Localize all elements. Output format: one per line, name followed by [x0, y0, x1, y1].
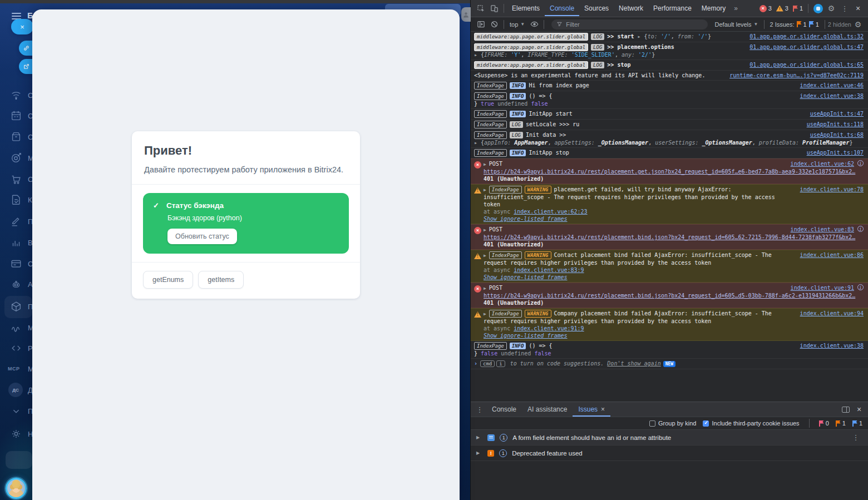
sidebar-item-mcp[interactable]: MCPМ [0, 358, 32, 379]
drawer-tab-console[interactable]: Console [486, 402, 522, 417]
console-link[interactable]: index.client.vue:83:9 [514, 267, 584, 273]
console-link[interactable]: Don't show again [607, 360, 660, 367]
devtools-menu-icon[interactable]: ⋮ [838, 2, 851, 15]
refresh-status-button[interactable]: Обновить статус [167, 229, 237, 244]
slider-close-button[interactable]: × [11, 19, 33, 34]
source-link[interactable]: index.client.vue:62 [791, 160, 854, 167]
issue-menu-icon[interactable]: ⋮ [849, 431, 862, 444]
source-link[interactable]: useAppInit.ts:68 [810, 131, 864, 138]
sidebar-item-robot[interactable]: А [0, 274, 32, 295]
funnel-icon [556, 21, 563, 27]
expand-caret-icon[interactable]: ▶ [484, 227, 486, 232]
console-link[interactable]: https://b24-w9apyi.bitrix24.ru/rest/plac… [484, 169, 855, 175]
sidebar-item-contract[interactable]: К [0, 189, 32, 210]
info-circle-icon[interactable]: i [857, 226, 864, 232]
tab-performance[interactable]: Performance [648, 1, 697, 16]
info-circle-icon[interactable]: i [857, 160, 864, 166]
device-toolbar-icon[interactable] [487, 2, 501, 15]
sidebar-button-partial[interactable] [6, 451, 32, 469]
filter-input[interactable]: Filter [551, 19, 707, 29]
drawer-tab-issues[interactable]: Issues× [573, 402, 610, 417]
issue-row[interactable]: ▶1A form field element should have an id… [471, 430, 868, 445]
context-selector[interactable]: top▼ [507, 21, 527, 28]
drawer-close-icon[interactable]: × [852, 403, 866, 416]
expand-caret-icon[interactable]: ▶ [484, 162, 486, 167]
action-button-getItems[interactable]: getItems [198, 271, 244, 289]
error-count-badge[interactable]: × 3 [760, 5, 772, 12]
console-settings-icon[interactable]: ⚙ [851, 18, 865, 31]
source-link[interactable]: index.client.vue:94 [800, 310, 864, 317]
sidebar-item-group[interactable]: ДСД [0, 379, 32, 400]
source-link[interactable]: 01.app.page.or.slider.global.ts:32 [749, 33, 864, 40]
console-link[interactable]: Show ignore-listed frames [484, 274, 568, 280]
console-link[interactable]: Show ignore-listed frames [484, 333, 568, 339]
sidebar-item-scribble[interactable]: М [0, 317, 32, 338]
action-button-getEnums[interactable]: getEnums [143, 271, 193, 289]
warning-count-badge[interactable]: ! 3 [776, 5, 788, 12]
clear-console-icon[interactable] [487, 18, 501, 31]
console-sidebar-icon[interactable] [474, 18, 487, 31]
source-link[interactable]: 01.app.page.or.slider.global.ts:47 [749, 43, 864, 51]
console-link[interactable]: index.client.vue:62:23 [514, 209, 587, 215]
info-circle-icon[interactable]: i [857, 284, 864, 290]
settings-gear-icon[interactable]: ⚙ [825, 2, 838, 15]
issues-counter[interactable]: 2 Issues: 1 1 [767, 21, 822, 28]
log-levels-selector[interactable]: Default levels▼ [712, 21, 761, 28]
sidebar-item-code[interactable]: Р [0, 338, 32, 359]
tab-elements[interactable]: Elements [507, 1, 545, 16]
sidebar-item-pen[interactable]: П [0, 211, 32, 232]
slider-open-new-tab-button[interactable] [19, 59, 33, 74]
source-link[interactable]: index.client.vue:38 [800, 342, 864, 349]
source-link[interactable]: useAppInit.ts:118 [807, 121, 864, 128]
expand-caret-icon[interactable]: ▶ [484, 253, 486, 258]
group-by-kind-checkbox[interactable]: Group by kind [649, 420, 696, 427]
source-link[interactable]: index.client.vue:83 [791, 226, 854, 233]
drawer-menu-icon[interactable]: ⋮ [473, 403, 486, 416]
expand-caret-icon[interactable]: ▶ [476, 451, 480, 456]
sidebar-item-target[interactable]: М [0, 147, 32, 169]
sidebar-item-calendar[interactable]: С [0, 105, 32, 126]
sidebar-item-feed[interactable]: С [0, 85, 32, 106]
split-panel-icon[interactable] [839, 403, 852, 416]
tab-sources[interactable]: Sources [579, 1, 614, 16]
console-link[interactable]: https://b24-w9apyi.bitrix24.ru/rest/plac… [484, 234, 855, 240]
expand-caret-icon[interactable]: ▶ [484, 187, 486, 192]
tab-memory[interactable]: Memory [697, 1, 731, 16]
third-party-checkbox[interactable]: Include third-party cookie issues [703, 420, 799, 427]
inspect-element-icon[interactable] [474, 2, 487, 15]
hidden-messages-label[interactable]: 2 hidden [828, 21, 851, 28]
source-link[interactable]: runtime-core.esm-bun….js?v=d87ee02c:7119 [729, 72, 864, 79]
devtools-close-icon[interactable]: × [851, 2, 865, 15]
sidebar-item-drive[interactable]: С [0, 126, 32, 147]
slider-copy-link-button[interactable] [19, 41, 33, 56]
console-link[interactable]: https://b24-w9apyi.bitrix24.ru/rest/plac… [484, 293, 855, 299]
sidebar-item-gear[interactable]: Н [0, 423, 32, 444]
source-link[interactable]: useAppInit.ts:107 [807, 149, 864, 156]
source-link[interactable]: index.client.vue:86 [800, 251, 864, 259]
console-link[interactable]: Show ignore-listed frames [484, 216, 568, 222]
issues-count-badge[interactable]: 1 [793, 5, 803, 12]
sidebar-item-card[interactable]: С [0, 253, 32, 274]
source-link[interactable]: index.client.vue:46 [800, 82, 864, 89]
issue-row[interactable]: ▶!1Deprecated feature used [471, 445, 868, 461]
live-expression-eye-icon[interactable] [527, 18, 541, 31]
close-tab-icon[interactable]: × [601, 405, 605, 413]
expand-caret-icon[interactable]: ▶ [476, 435, 480, 440]
sidebar-item-cart[interactable]: С [0, 169, 32, 190]
drawer-tab-ai-assistance[interactable]: AI assistance [522, 402, 573, 417]
console-link[interactable]: index.client.vue:91:9 [514, 325, 584, 331]
sidebar-item-chevron-down[interactable]: П [0, 400, 32, 422]
sidebar-item-stats[interactable]: В [0, 232, 32, 253]
blue-extension-icon[interactable] [811, 2, 825, 15]
tab-network[interactable]: Network [614, 1, 648, 16]
more-tabs-icon[interactable]: » [731, 4, 741, 12]
user-avatar[interactable] [6, 478, 27, 499]
expand-caret-icon[interactable]: ▶ [484, 311, 486, 316]
expand-caret-icon[interactable]: ▶ [484, 286, 486, 291]
source-link[interactable]: 01.app.page.or.slider.global.ts:65 [749, 61, 864, 68]
source-link[interactable]: useAppInit.ts:47 [810, 110, 864, 117]
source-link[interactable]: index.client.vue:78 [800, 186, 864, 193]
source-link[interactable]: index.client.vue:91 [791, 284, 854, 291]
source-link[interactable]: index.client.vue:38 [800, 92, 864, 100]
tab-console[interactable]: Console [545, 1, 579, 16]
